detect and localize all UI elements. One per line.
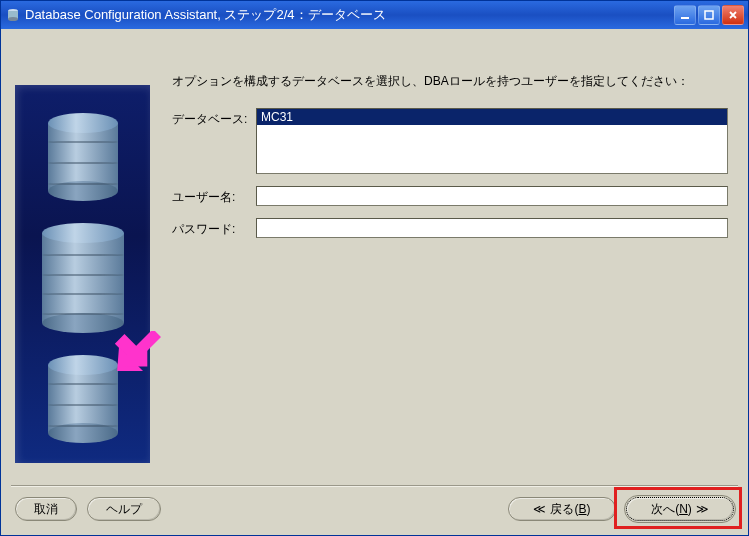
instruction-text: オプションを構成するデータベースを選択し、DBAロールを持つユーザーを指定してく… bbox=[172, 73, 728, 90]
database-label: データベース: bbox=[172, 108, 256, 128]
minimize-button[interactable] bbox=[674, 5, 696, 25]
separator bbox=[11, 485, 738, 487]
username-label: ユーザー名: bbox=[172, 186, 256, 206]
chevron-left-icon: ≪ bbox=[533, 502, 546, 516]
next-button[interactable]: 次へ(N) ≫ bbox=[626, 497, 734, 521]
svg-rect-3 bbox=[681, 17, 689, 19]
svg-rect-4 bbox=[705, 11, 713, 19]
chevron-right-icon: ≫ bbox=[696, 502, 709, 516]
maximize-button[interactable] bbox=[698, 5, 720, 25]
wizard-side-image bbox=[15, 85, 150, 463]
help-button[interactable]: ヘルプ bbox=[87, 497, 161, 521]
app-icon bbox=[5, 7, 21, 23]
close-button[interactable] bbox=[722, 5, 744, 25]
back-button[interactable]: ≪ 戻る(B) bbox=[508, 497, 616, 521]
password-label: パスワード: bbox=[172, 218, 256, 238]
cancel-button[interactable]: 取消 bbox=[15, 497, 77, 521]
username-field[interactable] bbox=[256, 186, 728, 206]
arrow-indicator-icon bbox=[111, 331, 161, 371]
database-list-item[interactable]: MC31 bbox=[257, 109, 727, 125]
window-titlebar: Database Configuration Assistant, ステップ2/… bbox=[1, 1, 748, 29]
window-title: Database Configuration Assistant, ステップ2/… bbox=[25, 6, 674, 24]
password-field[interactable] bbox=[256, 218, 728, 238]
svg-point-2 bbox=[8, 17, 18, 21]
database-listbox[interactable]: MC31 bbox=[256, 108, 728, 174]
